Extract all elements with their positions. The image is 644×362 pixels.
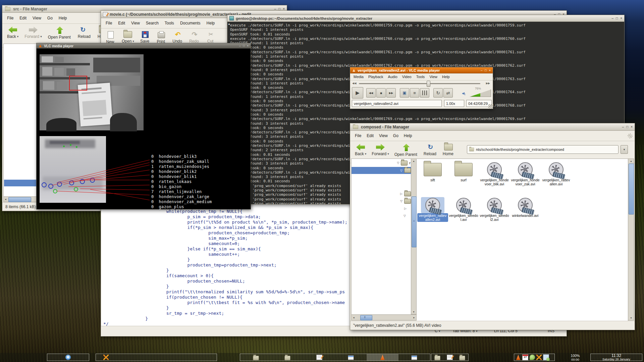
- menu-item[interactable]: Edit: [17, 14, 29, 22]
- menu-item[interactable]: File: [4, 14, 16, 22]
- composed-fm-sidebar-tree[interactable]: ▽r ▽ ▷ ▽ ▷ ▽: [351, 159, 412, 315]
- scrollbar-thumb[interactable]: ⦀: [360, 315, 372, 320]
- menu-item[interactable]: Help: [204, 19, 218, 27]
- file-item[interactable]: winkelwandel.avi: [510, 197, 541, 231]
- path-dropdown-button[interactable]: ▾: [621, 145, 628, 154]
- scroll-down-icon[interactable]: ▼: [630, 317, 632, 319]
- close-icon[interactable]: ×: [620, 17, 622, 20]
- taskbar-window-button[interactable]: [444, 354, 456, 361]
- menu-item[interactable]: Go: [390, 132, 401, 139]
- menu-item[interactable]: View: [376, 132, 390, 139]
- menu-item[interactable]: Tools: [162, 19, 177, 27]
- taskbar-window-button[interactable]: [304, 354, 335, 361]
- menu-item[interactable]: Tools: [414, 74, 427, 79]
- tray-icon[interactable]: [543, 354, 549, 360]
- file-item[interactable]: vergelijken_rattevallen.avi: [541, 162, 572, 196]
- expander-closed-icon[interactable]: ▷: [400, 192, 402, 195]
- current-media-field[interactable]: vergelijken_rattevallen2.avi: [352, 100, 442, 107]
- scroll-up-icon[interactable]: ▲: [413, 160, 415, 162]
- tree-row[interactable]: ▽r: [352, 160, 411, 166]
- taskbar-window-button[interactable]: [367, 354, 398, 361]
- selected-row[interactable]: [4, 180, 36, 186]
- minimize-icon[interactable]: –: [622, 125, 624, 129]
- sidebar-hscrollbar[interactable]: ◄ ⦀ ►: [351, 314, 417, 320]
- minimize-icon[interactable]: –: [239, 44, 240, 48]
- rewind-icon[interactable]: ◀◀: [352, 82, 356, 85]
- taskbar-window-button[interactable]: [398, 354, 430, 361]
- taskbar-window-button[interactable]: [431, 354, 444, 361]
- shuffle-button[interactable]: ⇄: [443, 88, 453, 98]
- maximize-icon[interactable]: □: [616, 17, 618, 20]
- previous-button[interactable]: ◀◀: [366, 88, 376, 98]
- scroll-up-icon[interactable]: ▲: [630, 160, 632, 162]
- toolbar-button[interactable]: Back▾: [352, 142, 369, 158]
- path-entry[interactable]: nts/school/4de/thesis/prog/movie_extract…: [467, 145, 619, 154]
- scroll-down-icon[interactable]: ▼: [413, 311, 415, 313]
- stop-button[interactable]: ■: [376, 88, 386, 98]
- seek-slider-track[interactable]: [359, 83, 480, 84]
- taskbar-window-button[interactable]: [47, 354, 89, 361]
- toolbar-button[interactable]: Forward▾: [369, 142, 392, 158]
- toolbar-button[interactable]: Open Parent: [392, 142, 421, 158]
- maximize-icon[interactable]: □: [626, 125, 628, 129]
- next-button[interactable]: ▶▶: [386, 88, 396, 98]
- file-item[interactable]: vergelijken_weedol.avi: [448, 197, 479, 231]
- menu-item[interactable]: View: [30, 14, 44, 22]
- file-item[interactable]: vergelijken_hondevoer_zak.avi: [510, 162, 541, 196]
- menu-item[interactable]: Help: [401, 132, 415, 139]
- toolbar-button[interactable]: Home: [440, 142, 457, 158]
- menu-item[interactable]: View: [128, 19, 143, 27]
- menu-item[interactable]: Audio: [386, 74, 399, 79]
- composed-fm-files-area[interactable]: sift surf vergelijken_hondevoer_blik.avi…: [417, 159, 628, 321]
- tree-row[interactable]: ▷: [352, 190, 411, 197]
- tray-icon[interactable]: 27: [522, 354, 528, 360]
- tree-row[interactable]: ▽: [352, 213, 411, 219]
- tray-icon[interactable]: [516, 355, 521, 360]
- taskbar-window-button[interactable]: [335, 354, 367, 361]
- taskbar-window-button[interactable]: [96, 354, 116, 361]
- expander-open-icon[interactable]: ▽: [397, 161, 399, 165]
- vlc-player-titlebar[interactable]: vergelijken_rattevallen2.avi - VLC media…: [350, 67, 493, 73]
- menu-item[interactable]: Help: [440, 74, 452, 79]
- menu-item[interactable]: Search: [143, 19, 161, 27]
- menu-item[interactable]: Edit: [364, 132, 376, 139]
- menu-item[interactable]: Help: [56, 14, 70, 22]
- menu-item[interactable]: Edit: [115, 19, 128, 27]
- tree-row[interactable]: ▷: [352, 205, 411, 212]
- seek-slider-handle[interactable]: [427, 81, 430, 87]
- menu-item[interactable]: Playback: [366, 74, 385, 79]
- taskbar-window-button[interactable]: [272, 354, 303, 361]
- playlist-button[interactable]: ≡: [410, 88, 419, 98]
- volume-slider[interactable]: [470, 89, 491, 97]
- file-item[interactable]: vergelijken_rattevallen2.avi: [417, 197, 448, 231]
- taskbar-window-button[interactable]: [456, 354, 468, 361]
- close-icon[interactable]: ×: [489, 69, 491, 72]
- toolbar-button[interactable]: Forward▾: [22, 25, 45, 40]
- taskbar-window-button[interactable]: [240, 354, 272, 361]
- scroll-right-icon[interactable]: ►: [413, 316, 415, 319]
- file-item[interactable]: vergelijken_hondevoer_blik.avi: [479, 162, 510, 196]
- menu-item[interactable]: File: [352, 132, 364, 139]
- minimize-icon[interactable]: –: [274, 7, 276, 11]
- clock[interactable]: 11:32 Saturday 28 January: [590, 354, 642, 361]
- vlc-video-titlebar[interactable]: VLC media player –□×: [37, 43, 251, 49]
- toolbar-button[interactable]: Open Parent: [45, 25, 74, 41]
- maximize-icon[interactable]: □: [485, 69, 486, 72]
- minimize-icon[interactable]: –: [481, 69, 482, 72]
- loop-button[interactable]: ↻: [433, 88, 443, 98]
- file-item[interactable]: surf: [448, 162, 479, 196]
- volume-icon[interactable]: ): [462, 90, 466, 96]
- expander-closed-icon[interactable]: ▷: [404, 207, 407, 210]
- close-icon[interactable]: ×: [631, 125, 633, 129]
- files-vscrollbar[interactable]: ▲ ▼: [628, 159, 634, 320]
- minimize-icon[interactable]: –: [612, 17, 614, 20]
- composed-fm-titlebar[interactable]: composed - File Manager –□×: [350, 123, 635, 131]
- file-item[interactable]: sift: [417, 162, 448, 196]
- scrollbar-thumb[interactable]: [629, 164, 634, 215]
- tray-icon[interactable]: [536, 355, 542, 360]
- tray-icon[interactable]: [530, 355, 535, 360]
- toolbar-button[interactable]: ↻ Reload: [421, 142, 440, 158]
- scrollbar-thumb[interactable]: [8, 197, 31, 202]
- scroll-left-icon[interactable]: ◄: [4, 198, 7, 200]
- terminal-titlebar[interactable]: gentoo@desktop-pc:~/Documents/school/4de…: [227, 15, 624, 22]
